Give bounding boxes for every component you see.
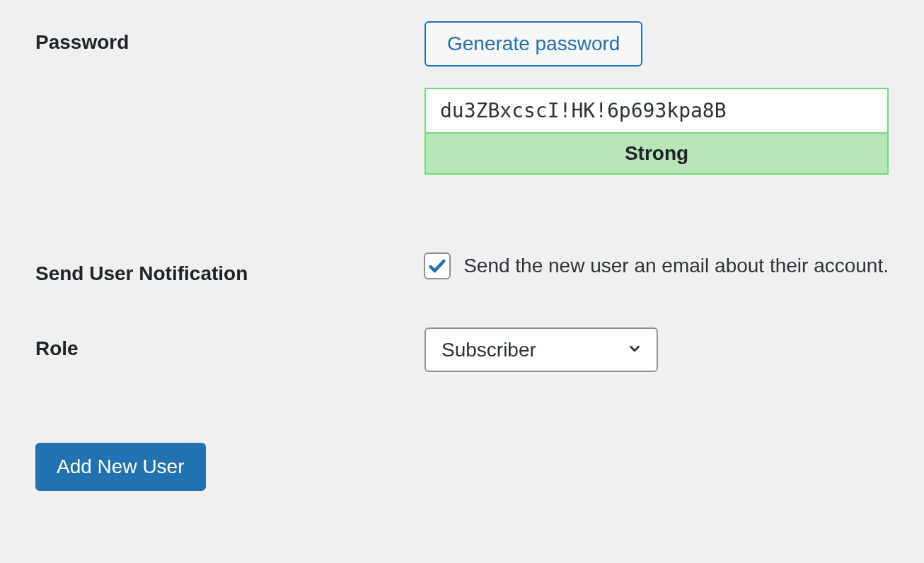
role-row: Role Subscriber [35, 327, 889, 372]
notification-label: Send User Notification [35, 253, 424, 285]
password-label: Password [35, 21, 425, 54]
notification-description: Send the new user an email about their a… [463, 255, 889, 277]
password-input[interactable] [425, 88, 889, 132]
password-field-col: Generate password Strong [425, 21, 889, 175]
role-select[interactable]: Subscriber [425, 327, 658, 372]
role-label: Role [35, 327, 425, 360]
notification-checkbox-wrap: Send the new user an email about their a… [424, 253, 889, 279]
password-row: Password Generate password Strong [35, 21, 889, 175]
submit-row: Add New User [35, 443, 889, 491]
add-new-user-button[interactable]: Add New User [35, 443, 206, 491]
password-strength-meter: Strong [425, 132, 889, 175]
notification-row: Send User Notification Send the new user… [35, 253, 889, 285]
check-icon [427, 256, 447, 276]
notification-field-col: Send the new user an email about their a… [424, 253, 889, 279]
generate-password-button[interactable]: Generate password [425, 21, 642, 66]
notification-checkbox[interactable] [424, 253, 451, 279]
role-field-col: Subscriber [425, 327, 889, 372]
role-select-wrap: Subscriber [425, 327, 658, 372]
